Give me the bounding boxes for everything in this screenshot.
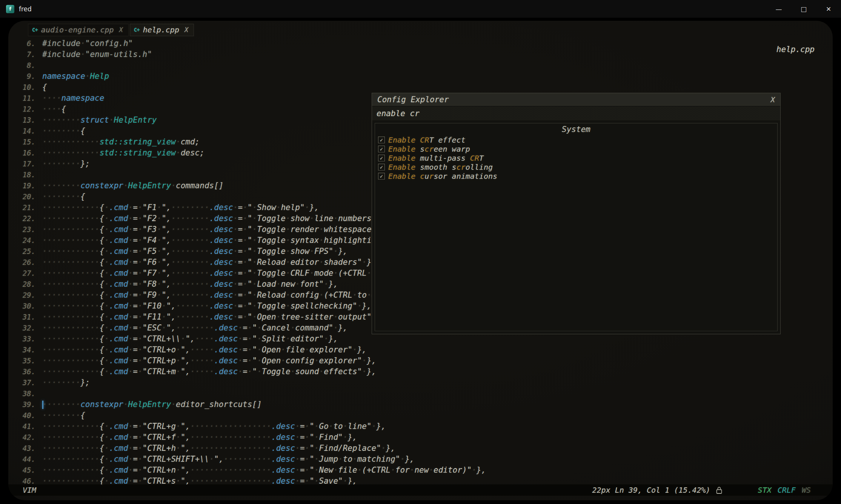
whitespace-dots: · xyxy=(305,466,310,475)
token-str: "F11 xyxy=(143,312,162,321)
code-line[interactable]: 45.············{·.cmd·=·"CTRL+n·",······… xyxy=(11,465,833,476)
close-button[interactable]: ✕ xyxy=(816,0,841,18)
token-str: "F5 xyxy=(143,247,157,256)
whitespace-dots: ········ xyxy=(171,203,209,212)
checkbox-checked-icon[interactable]: ✓ xyxy=(378,173,385,180)
config-explorer-close-icon[interactable]: X xyxy=(771,95,775,104)
whitespace-dots: · xyxy=(104,214,109,223)
token-str: file xyxy=(338,466,357,475)
tab-close-icon[interactable]: X xyxy=(119,26,123,34)
token-str: "F8 xyxy=(143,280,157,289)
whitespace-dots: · xyxy=(157,290,162,300)
token-str: command" xyxy=(295,323,333,332)
code-line[interactable]: 41.············{·.cmd·=·"CTRL+g·",······… xyxy=(11,421,833,432)
token-kw: namespace xyxy=(42,72,85,81)
whitespace-dots: · xyxy=(333,323,338,332)
token-str: " xyxy=(309,422,314,431)
whitespace-dots: · xyxy=(238,356,243,365)
line-number: 24. xyxy=(11,235,42,246)
token-type: HelpEntry xyxy=(128,181,171,190)
code-line[interactable]: 35.············{·.cmd·=·"CTRL+p·",·····.… xyxy=(11,355,833,366)
maximize-button[interactable]: □ xyxy=(791,0,816,18)
code-line[interactable]: 9.namespace·Help xyxy=(11,71,833,82)
code-line[interactable]: 8. xyxy=(11,60,833,71)
code-line[interactable]: 44.············{·.cmd·=·"CTRL+SHIFT+\\·"… xyxy=(11,454,833,465)
config-item[interactable]: ✓Enable screen warp xyxy=(378,144,774,154)
whitespace-dots: ········ xyxy=(171,214,209,223)
minimize-button[interactable]: — xyxy=(766,0,791,18)
tab-audio-engine.cpp[interactable]: C+audio-engine.cppX xyxy=(28,24,129,36)
whitespace-dots: · xyxy=(176,367,181,376)
line-number: 45. xyxy=(11,465,42,476)
code-line[interactable]: 33.············{·.cmd·=·"CTRL+\\·",····.… xyxy=(11,333,833,344)
checkbox-checked-icon[interactable]: ✓ xyxy=(378,137,385,143)
token-pl: cmd; xyxy=(181,137,200,146)
whitespace-dots: · xyxy=(319,225,324,234)
whitespace-dots: · xyxy=(362,258,367,267)
whitespace-dots: · xyxy=(171,181,176,190)
whitespace-dots: ···· xyxy=(42,94,61,103)
whitespace-dots: · xyxy=(281,345,286,354)
whitespace-dots: · xyxy=(138,455,143,464)
tab-help.cpp[interactable]: C+help.cppX xyxy=(130,24,194,36)
whitespace-dots: · xyxy=(243,247,248,256)
code-line[interactable]: 34.············{·.cmd·=·"CTRL+o·",·····.… xyxy=(11,344,833,355)
whitespace-dots: · xyxy=(333,247,338,256)
checkbox-checked-icon[interactable]: ✓ xyxy=(378,155,385,161)
token-pl: { xyxy=(100,312,105,321)
config-item[interactable]: ✓Enable multi-pass CRT xyxy=(378,154,774,163)
code-line[interactable]: 39.········constexpr·HelpEntry·editor_sh… xyxy=(11,399,833,410)
token-str: " xyxy=(248,203,252,212)
whitespace-dots: · xyxy=(343,433,348,442)
code-line[interactable]: 10.{ xyxy=(11,82,833,93)
line-text: #include·"config.h" xyxy=(42,39,133,48)
tab-close-icon[interactable]: X xyxy=(184,26,188,34)
config-item[interactable]: ✓Enable CRT effect xyxy=(378,135,774,144)
whitespace-dots: · xyxy=(305,203,310,212)
whitespace-dots: · xyxy=(157,225,162,234)
code-line[interactable]: 42.············{·.cmd·=·"CTRL+f·",······… xyxy=(11,432,833,443)
code-line[interactable]: 38. xyxy=(11,388,833,399)
config-item[interactable]: ✓Enable cursor animations xyxy=(378,172,774,181)
token-str: " xyxy=(181,356,186,365)
token-str: explorer" xyxy=(309,345,352,354)
config-search-input[interactable]: enable cr xyxy=(372,106,780,120)
whitespace-dots: · xyxy=(252,214,257,223)
line-text: ············{·.cmd·=·"CTRL+p·",·····.des… xyxy=(42,356,376,365)
token-pl: , xyxy=(219,455,224,464)
token-str: config xyxy=(291,290,319,300)
checkbox-checked-icon[interactable]: ✓ xyxy=(378,164,385,171)
whitespace-dots: · xyxy=(104,367,109,376)
whitespace-dots: ········ xyxy=(171,236,209,245)
line-text: ············{·.cmd·=·"F1·",········.desc… xyxy=(42,203,319,212)
token-mem: .desc xyxy=(214,356,238,365)
whitespace-dots: ············ xyxy=(42,280,100,289)
token-str: "ESC xyxy=(143,323,162,332)
code-line[interactable]: 43.············{·.cmd·=·"CTRL+h·",······… xyxy=(11,443,833,454)
config-item[interactable]: ✓Enable smooth scrolling xyxy=(378,163,774,172)
whitespace-dots: · xyxy=(157,269,162,278)
code-line[interactable]: 6.#include·"config.h" xyxy=(11,38,833,49)
token-str: " xyxy=(161,280,166,289)
token-str: FPS" xyxy=(314,247,334,256)
whitespace-dots: · xyxy=(128,290,133,300)
token-pl: }, xyxy=(338,247,347,256)
code-line[interactable]: 40.········{ xyxy=(11,410,833,421)
token-mem: .desc xyxy=(209,236,233,245)
token-mem: .cmd xyxy=(109,345,128,354)
token-pl: = xyxy=(238,258,243,267)
line-text: ············{·.cmd·=·"CTRL+h·",·········… xyxy=(42,444,395,453)
token-str: Open xyxy=(262,356,281,365)
token-pp: "config.h" xyxy=(85,39,133,48)
code-line[interactable]: 37.········}; xyxy=(11,377,833,388)
whitespace-dots: · xyxy=(233,269,238,278)
token-pl: = xyxy=(238,214,243,223)
token-mem: .cmd xyxy=(109,247,128,256)
whitespace-dots: · xyxy=(314,433,319,442)
token-mem: .desc xyxy=(214,367,238,376)
whitespace-dots: · xyxy=(138,247,143,256)
whitespace-dots: ····· xyxy=(190,367,214,376)
checkbox-checked-icon[interactable]: ✓ xyxy=(378,146,385,152)
code-line[interactable]: 7.#include·"enum-utils.h" xyxy=(11,49,833,60)
code-line[interactable]: 36.············{·.cmd·=·"CTRL+m·",·····.… xyxy=(11,366,833,377)
